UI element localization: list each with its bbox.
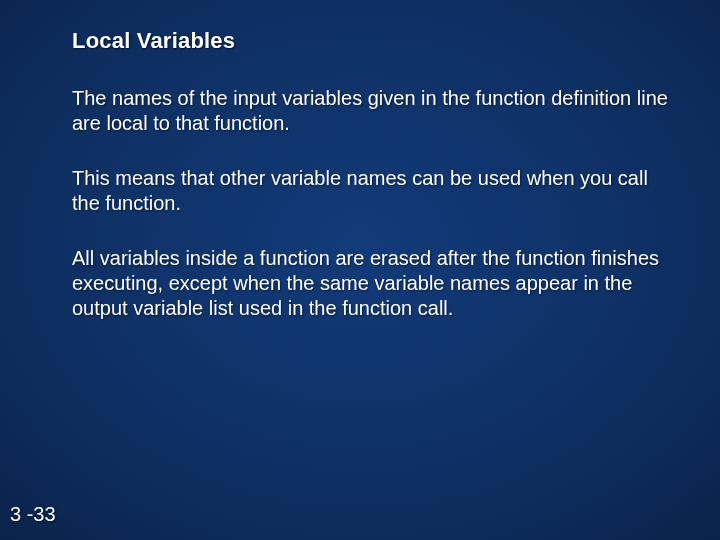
paragraph-1: The names of the input variables given i…	[72, 86, 672, 136]
page-number: 3 -33	[10, 503, 56, 526]
slide-title: Local Variables	[72, 28, 672, 54]
slide-content: Local Variables The names of the input v…	[72, 28, 672, 351]
paragraph-3: All variables inside a function are eras…	[72, 246, 672, 321]
paragraph-2: This means that other variable names can…	[72, 166, 672, 216]
